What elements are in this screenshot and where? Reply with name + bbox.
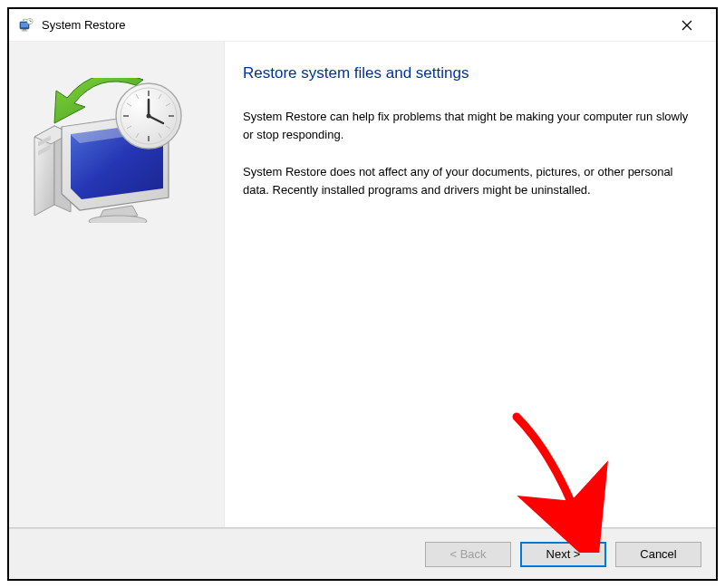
- svg-rect-3: [22, 30, 28, 31]
- back-button: < Back: [425, 542, 511, 567]
- cancel-button[interactable]: Cancel: [615, 542, 701, 567]
- svg-point-28: [147, 114, 151, 119]
- description-paragraph-2: System Restore does not affect any of yo…: [243, 163, 689, 198]
- titlebar: System Restore: [9, 9, 716, 42]
- description-paragraph-1: System Restore can help fix problems tha…: [243, 108, 689, 143]
- svg-rect-2: [23, 29, 26, 31]
- window-title: System Restore: [42, 18, 667, 32]
- page-heading: Restore system files and settings: [243, 64, 689, 82]
- next-button[interactable]: Next >: [520, 542, 606, 567]
- content-area: Restore system files and settings System…: [9, 42, 716, 528]
- system-restore-graphic: [27, 78, 190, 223]
- close-button[interactable]: [667, 13, 707, 38]
- system-restore-dialog: System Restore: [7, 7, 718, 581]
- close-icon: [682, 20, 692, 31]
- system-restore-app-icon: [18, 17, 34, 34]
- svg-point-11: [89, 216, 147, 223]
- main-content: Restore system files and settings System…: [225, 42, 716, 527]
- button-bar: < Back Next > Cancel: [9, 528, 716, 579]
- sidebar-graphic-panel: [9, 42, 225, 527]
- svg-rect-1: [21, 23, 28, 27]
